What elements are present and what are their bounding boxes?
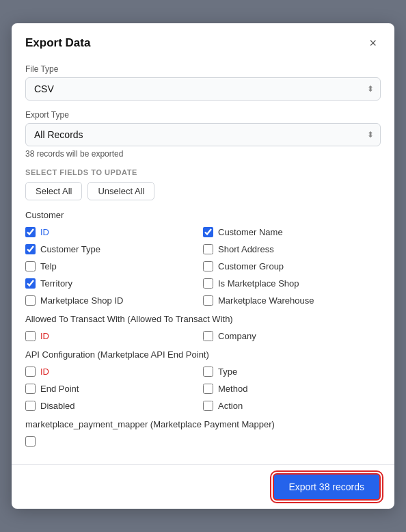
payment-mapper-group-label: marketplace_payment_mapper (Marketplace … <box>25 419 381 429</box>
select-all-button[interactable]: Select All <box>25 182 82 200</box>
export-type-label: Export Type <box>25 110 381 120</box>
field-telp-checkbox[interactable] <box>25 261 36 271</box>
payment-mapper-fields-grid <box>25 434 381 449</box>
api-config-fields-grid: ID Type End Point Method <box>25 364 381 414</box>
field-customer-group-label[interactable]: Customer Group <box>218 261 284 271</box>
modal-header: Export Data × <box>12 23 394 59</box>
field-api-id: ID <box>25 364 203 380</box>
field-is-marketplace-shop: Is Marketplace Shop <box>203 276 381 291</box>
field-marketplace-shop-id-checkbox[interactable] <box>25 295 36 306</box>
field-atw-id: ID <box>25 328 203 344</box>
field-customer-type-checkbox[interactable] <box>25 244 36 254</box>
field-customer-group: Customer Group <box>203 258 381 274</box>
field-customer-type-label[interactable]: Customer Type <box>40 244 100 254</box>
field-action-label[interactable]: Action <box>218 401 243 411</box>
records-info: 38 records will be exported <box>25 149 381 159</box>
export-type-select[interactable]: All Records Selected Records Filtered Re… <box>25 123 381 146</box>
field-territory: Territory <box>25 276 203 291</box>
field-payment-mapper-placeholder <box>25 434 203 449</box>
file-type-select[interactable]: CSV Excel JSON <box>25 77 381 101</box>
customer-fields-grid: ID Customer Name Customer Type Short Add… <box>25 224 381 308</box>
field-end-point: End Point <box>25 381 203 397</box>
field-customer-id-checkbox[interactable] <box>25 227 36 237</box>
export-data-modal: Export Data × File Type CSV Excel JSON ⬍ <box>12 23 394 509</box>
field-is-marketplace-shop-checkbox[interactable] <box>203 278 213 289</box>
atw-group-label: Allowed To Transact With (Allowed To Tra… <box>25 314 381 324</box>
field-marketplace-shop-id-label[interactable]: Marketplace Shop ID <box>40 295 123 306</box>
field-atw-id-label[interactable]: ID <box>40 331 49 341</box>
modal-overlay: Export Data × File Type CSV Excel JSON ⬍ <box>0 0 406 532</box>
field-end-point-label[interactable]: End Point <box>40 384 79 394</box>
field-company: Company <box>203 328 381 344</box>
field-company-checkbox[interactable] <box>203 331 213 341</box>
customer-group-label: Customer <box>25 210 381 220</box>
export-type-select-wrapper: All Records Selected Records Filtered Re… <box>25 123 381 146</box>
field-disabled: Disabled <box>25 398 203 414</box>
customer-group: Customer ID Customer Name Customer Type <box>25 210 381 308</box>
field-customer-id: ID <box>25 224 203 240</box>
field-method-checkbox[interactable] <box>203 384 213 394</box>
field-customer-name-checkbox[interactable] <box>203 227 213 237</box>
file-type-select-wrapper: CSV Excel JSON ⬍ <box>25 77 381 101</box>
field-marketplace-warehouse: Marketplace Warehouse <box>203 293 381 308</box>
field-telp: Telp <box>25 258 203 274</box>
field-method-label[interactable]: Method <box>218 384 247 394</box>
field-territory-label[interactable]: Territory <box>40 278 72 289</box>
field-short-address-checkbox[interactable] <box>203 244 213 254</box>
field-action-checkbox[interactable] <box>203 401 213 411</box>
field-method: Method <box>203 381 381 397</box>
export-type-group: Export Type All Records Selected Records… <box>25 110 381 159</box>
field-short-address: Short Address <box>203 241 381 257</box>
field-short-address-label[interactable]: Short Address <box>218 244 274 254</box>
file-type-group: File Type CSV Excel JSON ⬍ <box>25 64 381 101</box>
select-buttons-group: Select All Unselect All <box>25 182 381 200</box>
export-button[interactable]: Export 38 records <box>273 473 381 501</box>
field-type-checkbox[interactable] <box>203 367 213 377</box>
field-territory-checkbox[interactable] <box>25 278 36 289</box>
field-customer-name: Customer Name <box>203 224 381 240</box>
modal-body: File Type CSV Excel JSON ⬍ Export Type A… <box>12 59 394 464</box>
field-type-label[interactable]: Type <box>218 367 237 377</box>
field-action: Action <box>203 398 381 414</box>
api-config-group: API Configuration (Marketplace API End P… <box>25 349 381 414</box>
field-company-label[interactable]: Company <box>218 331 256 341</box>
field-customer-id-label[interactable]: ID <box>40 227 49 237</box>
select-fields-title: SELECT FIELDS TO UPDATE <box>25 168 381 176</box>
field-marketplace-shop-id: Marketplace Shop ID <box>25 293 203 308</box>
field-api-id-label[interactable]: ID <box>40 367 49 377</box>
field-end-point-checkbox[interactable] <box>25 384 36 394</box>
api-config-group-label: API Configuration (Marketplace API End P… <box>25 349 381 360</box>
file-type-label: File Type <box>25 64 381 74</box>
close-button[interactable]: × <box>365 36 381 51</box>
field-marketplace-warehouse-label[interactable]: Marketplace Warehouse <box>218 295 314 306</box>
modal-title: Export Data <box>25 36 90 50</box>
modal-footer: Export 38 records <box>12 464 394 509</box>
field-disabled-checkbox[interactable] <box>25 401 36 411</box>
field-type: Type <box>203 364 381 380</box>
field-customer-type: Customer Type <box>25 241 203 257</box>
payment-mapper-group: marketplace_payment_mapper (Marketplace … <box>25 419 381 449</box>
field-is-marketplace-shop-label[interactable]: Is Marketplace Shop <box>218 278 299 289</box>
field-customer-group-checkbox[interactable] <box>203 261 213 271</box>
field-telp-label[interactable]: Telp <box>40 261 57 271</box>
atw-group: Allowed To Transact With (Allowed To Tra… <box>25 314 381 344</box>
field-api-id-checkbox[interactable] <box>25 367 36 377</box>
field-atw-id-checkbox[interactable] <box>25 331 36 341</box>
field-disabled-label[interactable]: Disabled <box>40 401 75 411</box>
field-customer-name-label[interactable]: Customer Name <box>218 227 283 237</box>
unselect-all-button[interactable]: Unselect All <box>87 182 154 200</box>
atw-fields-grid: ID Company <box>25 328 381 344</box>
field-marketplace-warehouse-checkbox[interactable] <box>203 295 213 306</box>
field-payment-mapper-placeholder-checkbox[interactable] <box>25 436 36 447</box>
